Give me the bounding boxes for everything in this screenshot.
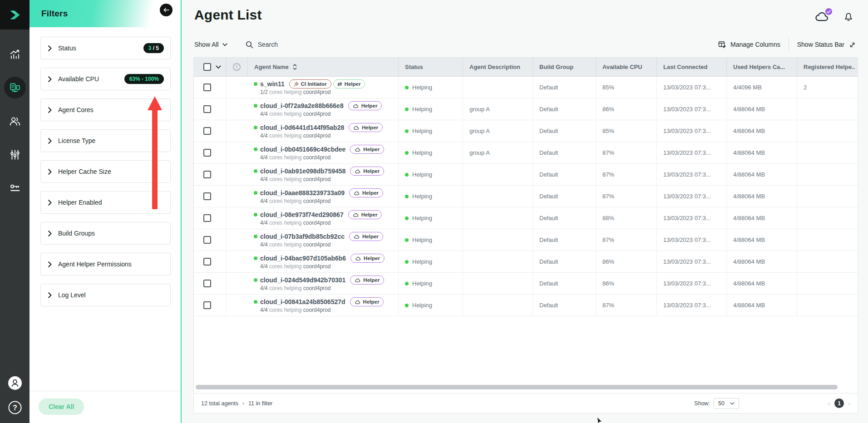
row-checkbox[interactable] [203, 236, 211, 244]
row-checkbox[interactable] [203, 149, 211, 157]
current-page-button[interactable]: 1 [834, 398, 844, 408]
row-checkbox[interactable] [203, 105, 211, 113]
filter-card-available-cpu[interactable]: Available CPU 63% - 100% [40, 68, 171, 90]
filter-card-build-groups[interactable]: Build Groups [40, 222, 171, 245]
chevron-right-icon [48, 231, 52, 236]
table-row[interactable]: cloud_i-07b3af9db85cb92cc Helper 4/4 cor… [194, 229, 858, 251]
filter-panel-title: Filters [41, 9, 68, 19]
row-checkbox[interactable] [203, 214, 211, 222]
filter-card-license-type[interactable]: License Type [40, 129, 171, 152]
cloud-mini-icon [353, 125, 360, 130]
table-row[interactable]: cloud_i-04bac907d105ab6b6 Helper 4/4 cor… [194, 251, 858, 273]
row-checkbox[interactable] [203, 301, 211, 309]
account-avatar[interactable] [8, 376, 22, 390]
badge-label: Helper [361, 212, 378, 217]
header-alert-cell [226, 58, 248, 76]
header-last-connected[interactable]: Last Connected [657, 58, 727, 76]
row-checkbox[interactable] [203, 192, 211, 200]
row-checkbox[interactable] [203, 258, 211, 266]
notifications-button[interactable] [843, 10, 854, 23]
nav-item-users[interactable] [4, 110, 26, 132]
page-size-select[interactable]: 50 [714, 398, 739, 409]
agent-name[interactable]: cloud_i-07b3af9db85cb92cc [260, 233, 345, 240]
agent-name[interactable]: cloud_i-04bac907d105ab6b6 [260, 255, 346, 262]
agent-badges: Helper [349, 254, 385, 263]
used-helpers-cell: 4/88064 MB [727, 251, 797, 272]
cloud-mini-icon [353, 212, 359, 217]
manage-columns-button[interactable]: Manage Columns [718, 40, 780, 49]
agent-badges: Helper [347, 123, 383, 132]
agent-name[interactable]: cloud_i-0d6441d144f95ab28 [260, 124, 344, 131]
agent-name[interactable]: cloud_i-08e973f74ed290867 [260, 211, 344, 218]
row-checkbox[interactable] [203, 171, 211, 178]
summary-separator [242, 403, 244, 404]
nav-item-license[interactable] [4, 177, 26, 199]
row-select-cell [194, 295, 226, 316]
table-row[interactable]: cloud_i-08e973f74ed290867 Helper 4/4 cor… [194, 207, 858, 229]
table-row[interactable]: cloud_i-0d6441d144f95ab28 Helper 4/4 cor… [194, 120, 858, 142]
header-agent-name[interactable]: Agent Name [248, 58, 399, 76]
agent-name[interactable]: cloud_i-00841a24b8506527d [260, 298, 345, 305]
filter-card-status[interactable]: Status 3 / 5 [40, 37, 171, 59]
agent-online-dot [254, 278, 257, 282]
app-logo[interactable] [0, 0, 30, 30]
header-used-helpers[interactable]: Used Helpers Ca... [727, 58, 797, 76]
filter-card-agent-helper-permissions[interactable]: Agent Helper Permissions [40, 253, 171, 275]
next-page-button[interactable]: › [848, 400, 850, 407]
select-menu-chevron-icon[interactable] [216, 65, 221, 69]
agent-description-cell [463, 229, 533, 251]
table-row[interactable]: cloud_i-0f72a9a2e88b666e8 Helper 4/4 cor… [194, 98, 858, 120]
table-row[interactable]: cloud_i-0b0451669c49cbdee Helper 4/4 cor… [194, 142, 858, 164]
agent-name-cell: cloud_i-0ab91e098db759458 Helper 4/4 cor… [248, 164, 399, 185]
page-size-value: 50 [718, 400, 725, 407]
registered-helpers-cell [797, 142, 858, 163]
analytics-icon [9, 48, 21, 60]
status-label: Helping [412, 171, 432, 178]
footer-right: Show: 50 ‹ 1 › [694, 398, 850, 409]
agent-name[interactable]: cloud_i-024d549d942b70301 [260, 276, 345, 284]
row-checkbox[interactable] [203, 84, 211, 91]
header-registered-helpers[interactable]: Registered Helpe.. [797, 58, 858, 76]
table-body: s_win11 CI Initiator⇄Helper 1/2 cores he… [194, 77, 858, 316]
header-agent-description[interactable]: Agent Description [463, 58, 533, 76]
header-available-cpu[interactable]: Available CPU [596, 58, 657, 76]
filter-card-log-level[interactable]: Log Level [40, 284, 171, 306]
agent-name[interactable]: cloud_i-0ab91e098db759458 [260, 167, 345, 175]
row-checkbox[interactable] [203, 280, 211, 287]
header-build-group[interactable]: Build Group [533, 58, 596, 76]
table-row[interactable]: s_win11 CI Initiator⇄Helper 1/2 cores he… [194, 77, 858, 98]
table-row[interactable]: cloud_i-024d549d942b70301 Helper 4/4 cor… [194, 273, 858, 295]
show-status-bar-button[interactable]: Show Status Bar [797, 41, 856, 49]
cloud-status-button[interactable] [814, 10, 830, 23]
nav-item-analytics[interactable] [4, 43, 26, 65]
table-row[interactable]: cloud_i-0ab91e098db759458 Helper 4/4 cor… [194, 164, 858, 186]
agent-name[interactable]: cloud_i-0aae8883239733a09 [260, 189, 345, 197]
agent-name[interactable]: cloud_i-0b0451669c49cbdee [260, 146, 345, 153]
prev-page-button[interactable]: ‹ [828, 400, 830, 407]
cloud-mini-icon [354, 191, 360, 196]
agent-name[interactable]: s_win11 [260, 80, 285, 88]
table-row[interactable]: cloud_i-00841a24b8506527d Helper 4/4 cor… [194, 295, 858, 316]
row-select-cell [194, 251, 226, 272]
clear-all-button[interactable]: Clear All [39, 398, 84, 415]
page-title: Agent List [194, 7, 262, 23]
horizontal-scrollbar[interactable] [196, 385, 838, 389]
header-status[interactable]: Status [399, 58, 463, 76]
table-row[interactable]: cloud_i-0aae8883239733a09 Helper 4/4 cor… [194, 186, 858, 207]
select-all-checkbox[interactable] [203, 63, 211, 71]
nav-item-agents[interactable] [4, 77, 26, 98]
collapse-filters-button[interactable] [160, 4, 173, 16]
show-all-dropdown[interactable]: Show All [194, 41, 227, 48]
filter-card-helper-cache-size[interactable]: Helper Cache Size [40, 160, 171, 183]
row-checkbox[interactable] [203, 127, 211, 135]
help-button[interactable]: ? [8, 400, 22, 415]
filter-card-helper-enabled[interactable]: Helper Enabled [40, 191, 171, 214]
agents-summary: 12 total agents 11 in filter [201, 400, 272, 407]
agent-name[interactable]: cloud_i-0f72a9a2e88b666e8 [260, 102, 344, 109]
filter-card-agent-cores[interactable]: Agent Cores [40, 98, 171, 121]
nav-item-settings[interactable] [4, 144, 26, 166]
build-group-cell: Default [533, 273, 596, 294]
sort-icon[interactable] [292, 64, 297, 70]
search-input[interactable]: Search [246, 41, 278, 49]
agent-description-cell [463, 251, 533, 272]
